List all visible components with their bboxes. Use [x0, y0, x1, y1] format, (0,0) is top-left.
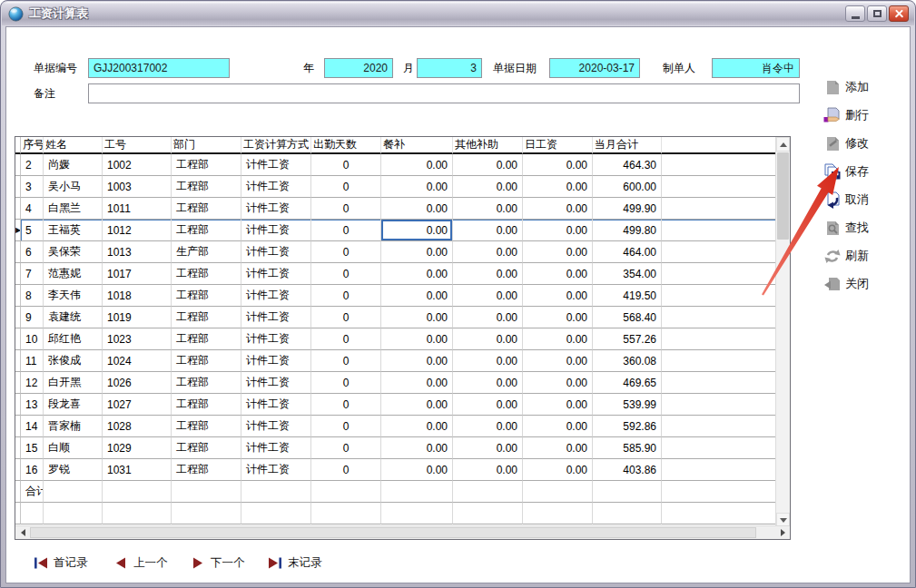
creator-field[interactable]: 肖令中: [712, 58, 800, 78]
cell[interactable]: 0.00: [453, 220, 523, 241]
cell[interactable]: 0: [311, 416, 381, 437]
next-record-button[interactable]: 下一个: [191, 551, 245, 574]
cell[interactable]: 工程部: [172, 176, 241, 198]
cell[interactable]: 计件工资: [241, 437, 311, 459]
cell[interactable]: 工程部: [172, 307, 241, 328]
modify-button[interactable]: 修改: [822, 129, 905, 157]
cell[interactable]: 白开黑: [44, 372, 103, 394]
cell[interactable]: 生产部: [172, 241, 241, 263]
cell[interactable]: 0.00: [381, 154, 453, 176]
cell[interactable]: 0.00: [381, 394, 453, 416]
cell[interactable]: 469.65: [593, 372, 662, 394]
cell[interactable]: 464.30: [593, 154, 662, 176]
cell[interactable]: 0: [311, 241, 381, 263]
cell[interactable]: 9: [21, 307, 44, 328]
scroll-right-button[interactable]: [775, 526, 790, 539]
cell[interactable]: 1011: [103, 198, 172, 220]
cell[interactable]: 419.50: [593, 285, 662, 307]
cell[interactable]: 计件工资: [241, 263, 311, 285]
cell[interactable]: 4: [21, 198, 44, 220]
cell[interactable]: 0: [311, 437, 381, 459]
cell[interactable]: 0: [311, 154, 381, 176]
cancel-button[interactable]: 取消: [822, 185, 905, 213]
cell[interactable]: 1024: [103, 350, 172, 372]
cell[interactable]: 0.00: [523, 328, 593, 350]
cell[interactable]: 568.40: [593, 307, 662, 328]
cell[interactable]: 0.00: [523, 372, 593, 394]
cell[interactable]: 0.00: [523, 459, 593, 481]
cell[interactable]: 邱红艳: [44, 328, 103, 350]
cell[interactable]: 557.26: [593, 328, 662, 350]
cell[interactable]: 0.00: [453, 459, 523, 481]
cell[interactable]: 袁建统: [44, 307, 103, 328]
cell[interactable]: 1027: [103, 394, 172, 416]
previous-record-button[interactable]: 上一个: [113, 551, 168, 574]
cell[interactable]: 1012: [103, 220, 172, 241]
cell[interactable]: 0.00: [523, 416, 593, 437]
cell[interactable]: 吴保荣: [44, 241, 103, 263]
cell[interactable]: 0.00: [381, 459, 453, 481]
cell[interactable]: 李天伟: [44, 285, 103, 307]
cell[interactable]: 1029: [103, 437, 172, 459]
cell[interactable]: [662, 372, 777, 394]
cell[interactable]: 0.00: [453, 328, 523, 350]
cell[interactable]: 354.00: [593, 263, 662, 285]
cell[interactable]: 计件工资: [241, 328, 311, 350]
cell[interactable]: 工程部: [172, 372, 241, 394]
vertical-scrollbar[interactable]: [775, 137, 790, 527]
cell[interactable]: 0.00: [453, 285, 523, 307]
cell[interactable]: 计件工资: [241, 198, 311, 220]
cell[interactable]: 0.00: [381, 263, 453, 285]
cell[interactable]: 1026: [103, 372, 172, 394]
cell[interactable]: 计件工资: [241, 154, 311, 176]
cell[interactable]: 计件工资: [241, 416, 311, 437]
cell[interactable]: 0.00: [381, 307, 453, 328]
cell[interactable]: 计件工资: [241, 307, 311, 328]
cell[interactable]: 0: [311, 285, 381, 307]
scroll-left-button[interactable]: [15, 526, 30, 539]
cell[interactable]: 1023: [103, 328, 172, 350]
cell[interactable]: 0: [311, 394, 381, 416]
cell[interactable]: [662, 154, 777, 176]
cell[interactable]: 600.00: [593, 176, 662, 198]
title-bar[interactable]: 工资计算表: [2, 2, 914, 25]
cell[interactable]: 工程部: [172, 459, 241, 481]
cell[interactable]: 计件工资: [241, 241, 311, 263]
cell[interactable]: [662, 263, 777, 285]
cell[interactable]: 0.00: [523, 154, 593, 176]
cell[interactable]: 张俊成: [44, 350, 103, 372]
scroll-up-button[interactable]: [776, 137, 790, 152]
cell[interactable]: 5: [21, 220, 44, 241]
cell[interactable]: [662, 416, 777, 437]
cell[interactable]: 工程部: [172, 285, 241, 307]
cell[interactable]: 计件工资: [241, 372, 311, 394]
cell[interactable]: 0: [311, 198, 381, 220]
cell[interactable]: 0.00: [381, 241, 453, 263]
cell[interactable]: 王福英: [44, 220, 103, 241]
cell[interactable]: 范惠妮: [44, 263, 103, 285]
cell[interactable]: 403.86: [593, 459, 662, 481]
cell[interactable]: 0: [311, 263, 381, 285]
cell[interactable]: 0.00: [453, 198, 523, 220]
cell[interactable]: 计件工资: [241, 176, 311, 198]
cell[interactable]: 0.00: [523, 198, 593, 220]
cell[interactable]: 1002: [103, 154, 172, 176]
cell[interactable]: 工程部: [172, 220, 241, 241]
cell[interactable]: 0.00: [453, 154, 523, 176]
cell[interactable]: [662, 459, 777, 481]
refresh-button[interactable]: 刷新: [822, 241, 905, 270]
cell[interactable]: 499.90: [593, 198, 662, 220]
cell[interactable]: 0: [311, 220, 381, 241]
cell[interactable]: 0.00: [381, 437, 453, 459]
cell[interactable]: 1017: [103, 263, 172, 285]
cell[interactable]: 0.00: [523, 285, 593, 307]
cell[interactable]: [662, 437, 777, 459]
cell[interactable]: 592.86: [593, 416, 662, 437]
close-button[interactable]: 关闭: [822, 270, 905, 298]
horizontal-scroll-thumb[interactable]: [30, 527, 756, 538]
cell[interactable]: 3: [21, 176, 44, 198]
month-field[interactable]: 3: [417, 58, 482, 78]
cell[interactable]: 360.08: [593, 350, 662, 372]
doc-no-field[interactable]: GJJ200317002: [88, 58, 230, 78]
cell[interactable]: [662, 241, 777, 263]
